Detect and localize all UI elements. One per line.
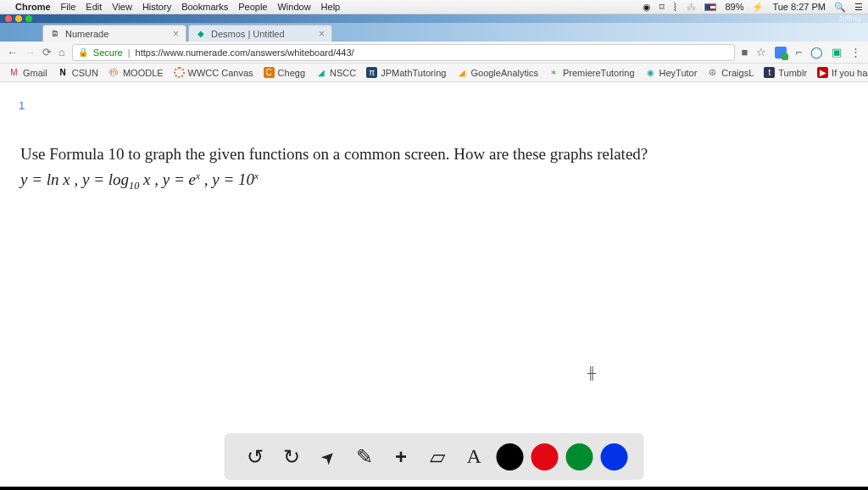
text-tool[interactable]: A [459, 443, 488, 471]
bookmark-youtube[interactable]: ▶If you had 24 hours… [817, 67, 868, 78]
eraser-icon: ▱ [430, 445, 445, 469]
whiteboard-toolbar: ↺ ↻ ➤ ✎ + ▱ A [225, 433, 644, 480]
pointer-icon: ➤ [315, 444, 340, 469]
secure-label: Secure [93, 47, 123, 58]
menu-people[interactable]: People [238, 2, 267, 12]
eq-part: , y = 10 [200, 170, 254, 188]
menu-file[interactable]: File [61, 2, 76, 12]
tab-title: Desmos | Untitled [211, 29, 285, 39]
redo-button[interactable]: ↻ [277, 443, 306, 471]
bookmark-chegg[interactable]: CChegg [264, 67, 305, 78]
battery-icon: ⚡ [752, 2, 764, 13]
bookmark-label: CraigsL [721, 68, 754, 78]
reload-button[interactable]: ⟳ [42, 46, 52, 58]
star-icon[interactable]: ☆ [756, 46, 766, 58]
cursor-icon: ╫ [587, 366, 596, 380]
menu-window[interactable]: Window [277, 2, 310, 12]
tab-numerade[interactable]: 🗎 Numerade × [42, 25, 186, 42]
bookmark-wwcc[interactable]: WWCC Canvas [174, 67, 253, 78]
color-red[interactable] [531, 443, 558, 471]
menu-edit[interactable]: Edit [86, 2, 102, 12]
bookmark-label: PremiereTutoring [563, 68, 635, 78]
more-icon[interactable]: ⋮ [850, 46, 861, 58]
eq-part: y = ln x , y = log [20, 170, 129, 188]
tab-desmos[interactable]: ◆ Desmos | Untitled × [188, 25, 332, 42]
pointer-tool[interactable]: ➤ [314, 443, 342, 471]
url-text: https://www.numerade.com/answers/whitebo… [136, 47, 354, 58]
menu-bookmarks[interactable]: Bookmarks [181, 2, 228, 12]
url-input[interactable]: 🔒 Secure | https://www.numerade.com/answ… [72, 44, 735, 61]
bookmark-label: CSUN [72, 68, 98, 78]
profile-name: Jeffrey [838, 14, 861, 23]
menu-help[interactable]: Help [321, 2, 341, 12]
forward-button: → [25, 46, 36, 58]
close-icon[interactable]: × [319, 28, 325, 40]
menu-view[interactable]: View [112, 2, 132, 12]
bookmark-nscc[interactable]: ◢NSCC [315, 67, 356, 78]
desmos-icon: ◆ [196, 29, 206, 39]
bookmark-label: MOODLE [123, 68, 164, 78]
bookmark-craigslist[interactable]: ☮CraigsL [707, 67, 754, 78]
bookmark-moodle[interactable]: ⓜMOODLE [108, 67, 164, 78]
cast-icon[interactable]: ⌐ [795, 46, 802, 58]
bookmark-jpmath[interactable]: πJPMathTutoring [366, 67, 446, 78]
bookmarks-bar: MGmail NCSUN ⓜMOODLE WWCC Canvas CChegg … [0, 64, 868, 82]
clock[interactable]: Tue 8:27 PM [772, 2, 826, 12]
bookmark-label: HeyTutor [659, 68, 698, 78]
menu-list-icon[interactable]: ☰ [854, 2, 863, 13]
text-icon: A [466, 445, 481, 468]
bookmark-tumblr[interactable]: tTumblr [764, 67, 807, 78]
extension-icon[interactable]: ▣ [832, 46, 842, 58]
plus-icon: + [395, 445, 407, 469]
home-button[interactable]: ⌂ [58, 46, 65, 58]
tab-strip: 🗎 Numerade × ◆ Desmos | Untitled × [0, 23, 868, 42]
translate-icon[interactable] [775, 47, 787, 58]
close-icon[interactable]: × [173, 28, 179, 40]
question-text: Use Formula 10 to graph the given functi… [20, 142, 848, 195]
color-blue[interactable] [600, 443, 627, 471]
pencil-tool[interactable]: ✎ [350, 443, 379, 471]
whiteboard-page-number[interactable]: 1 [19, 99, 25, 112]
window-minimize-button[interactable] [15, 15, 22, 22]
window-close-button[interactable] [5, 15, 12, 22]
tab-title: Numerade [65, 29, 108, 39]
question-equations: y = ln x , y = log10 x , y = ex , y = 10… [20, 167, 848, 195]
eq-part: x , y = e [139, 170, 196, 188]
window-header: Jeffrey [0, 14, 868, 23]
redo-icon: ↻ [283, 445, 300, 469]
add-tool[interactable]: + [387, 443, 415, 471]
footer-strip [0, 487, 868, 490]
address-bar: ← → ⟳ ⌂ 🔒 Secure | https://www.numerade.… [0, 42, 868, 64]
battery-percent: 89% [725, 2, 743, 12]
eraser-tool[interactable]: ▱ [423, 443, 452, 471]
color-black[interactable] [496, 443, 523, 471]
wifi-icon[interactable]: ⦚ [673, 2, 678, 12]
bookmark-ga[interactable]: ◢GoogleAnalytics [456, 67, 538, 78]
bookmark-csun[interactable]: NCSUN [58, 67, 98, 78]
adblock-icon[interactable]: ◯ [810, 46, 823, 58]
window-zoom-button[interactable] [25, 15, 32, 22]
bookmark-heytutor[interactable]: ◉HeyTutor [645, 67, 698, 78]
app-name[interactable]: Chrome [15, 2, 51, 12]
airplay-icon[interactable]: ⌑ [659, 2, 665, 13]
question-line1: Use Formula 10 to graph the given functi… [20, 142, 848, 167]
input-source-icon[interactable] [704, 3, 716, 11]
bookmark-label: Tumblr [778, 68, 807, 78]
bluetooth-icon[interactable]: ⁂ [687, 2, 696, 13]
bookmark-label: JPMathTutoring [381, 68, 446, 78]
page-content: 1 Use Formula 10 to graph the given func… [0, 82, 868, 487]
bookmark-gmail[interactable]: MGmail [8, 67, 47, 78]
bookmark-label: GoogleAnalytics [470, 68, 538, 78]
back-button[interactable]: ← [7, 46, 18, 58]
undo-icon: ↺ [247, 445, 264, 469]
undo-button[interactable]: ↺ [241, 443, 270, 471]
spotlight-icon[interactable]: 🔍 [834, 2, 846, 13]
bookmark-label: Chegg [278, 68, 305, 78]
video-icon[interactable]: ■ [742, 46, 748, 58]
eq-sup: x [254, 170, 259, 181]
color-green[interactable] [565, 443, 593, 471]
status-icon: ◉ [643, 2, 651, 13]
bookmark-label: Gmail [23, 68, 47, 78]
bookmark-premiere[interactable]: ✶PremiereTutoring [548, 67, 635, 78]
menu-history[interactable]: History [142, 2, 171, 12]
